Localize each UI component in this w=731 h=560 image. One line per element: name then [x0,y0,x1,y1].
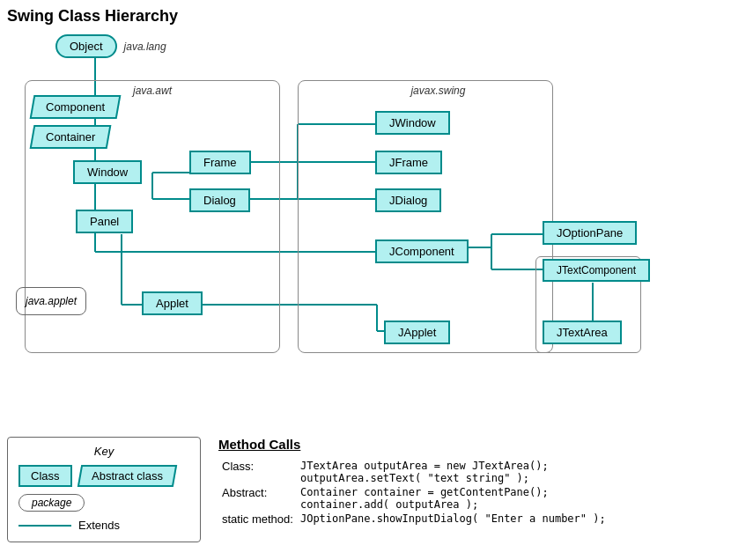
method-row-static: static method: JOptionPane.showInputDial… [218,512,609,527]
panel-node: Panel [76,210,133,233]
method-calls-title: Method Calls [218,437,729,452]
key-box: Key Class Abstract class package Extends [7,437,201,542]
key-title: Key [18,445,189,458]
key-abstract-node: Abstract class [77,465,176,487]
component-node: Component [32,95,119,119]
method-code-abstract: Container container = getContentPane(); … [297,485,609,512]
frame-node: Frame [189,151,251,174]
diagram-container: Object java.lang [7,34,729,542]
object-pkg-label: java.lang [124,41,166,53]
key-class-node: Class [18,465,72,487]
method-row-abstract: Abstract: Container container = getConte… [218,485,609,512]
method-code-class: JTextArea outputArea = new JTextArea(); … [297,459,609,485]
applet-node: Applet [142,291,203,315]
applet-pkg-region: java.applet [16,287,86,315]
key-class-row: Class Abstract class [18,465,189,487]
method-calls-section: Method Calls Class: JTextArea outputArea… [218,437,729,527]
method-label-static: static method: [218,512,297,527]
page-title: Swing Class Hierarchy [7,7,724,26]
awt-pkg-label: java.awt [133,85,172,97]
key-extends-line [18,525,71,527]
bottom-section: Key Class Abstract class package Extends… [7,437,729,542]
jwindow-node: JWindow [375,111,450,135]
key-package-node: package [18,494,85,512]
japplet-node: JApplet [384,321,450,344]
method-label-class: Class: [218,459,297,485]
jtextcomponent-node: JTextComponent [543,259,650,282]
jdialog-node: JDialog [375,188,441,212]
method-code-static: JOptionPane.showInputDialog( "Enter a nu… [297,512,609,527]
diagram-nodes: java.awt javax.swing javax.swing. text j… [7,58,720,428]
swing-pkg-label: javax.swing [410,85,465,97]
method-row-class: Class: JTextArea outputArea = new JTextA… [218,459,609,485]
jframe-node: JFrame [375,151,442,174]
dialog-node: Dialog [189,188,250,212]
container-node: Container [32,125,109,149]
key-extends-label: Extends [78,519,120,532]
window-node: Window [73,160,142,184]
key-extends-row: Extends [18,519,189,532]
jtextarea-node: JTextArea [543,321,622,344]
object-node: Object [55,34,117,58]
applet-pkg-label: java.applet [26,295,77,307]
object-row: Object java.lang [55,34,166,58]
key-package-row: package [18,494,189,512]
jcomponent-node: JComponent [375,239,469,263]
method-calls-table: Class: JTextArea outputArea = new JTextA… [218,459,609,527]
joptionpane-node: JOptionPane [543,221,637,245]
method-label-abstract: Abstract: [218,485,297,512]
